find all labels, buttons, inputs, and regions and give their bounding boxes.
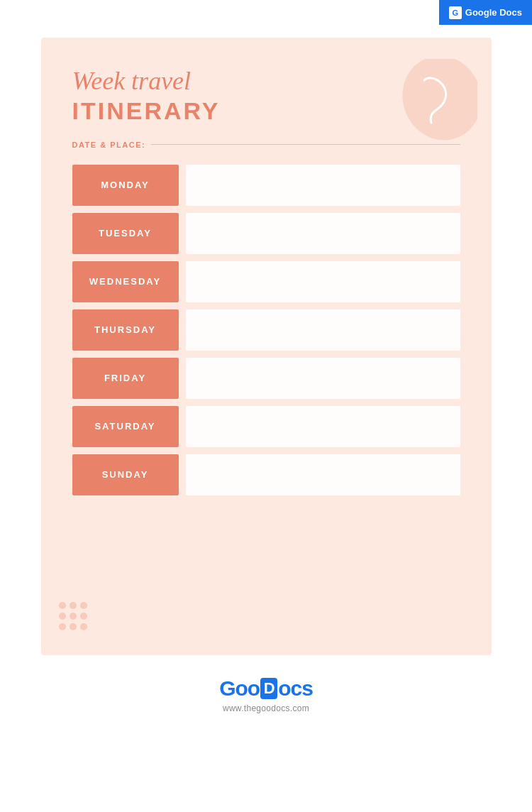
svg-point-4 xyxy=(59,613,66,620)
day-content-tuesday[interactable] xyxy=(186,213,460,254)
day-label-thursday: THURSDAY xyxy=(72,309,179,351)
date-place-label: DATE & PLACE: xyxy=(72,141,146,149)
logo-d-box: D xyxy=(260,678,277,699)
day-row-thursday: THURSDAY xyxy=(72,309,460,351)
days-table: MONDAYTUESDAYWEDNESDAYTHURSDAYFRIDAYSATU… xyxy=(72,165,460,495)
day-label-friday: FRIDAY xyxy=(72,358,179,399)
day-content-saturday[interactable] xyxy=(186,406,460,447)
day-label-saturday: SATURDAY xyxy=(72,406,179,447)
svg-point-2 xyxy=(70,602,77,609)
day-row-friday: FRIDAY xyxy=(72,358,460,399)
dots-decoration xyxy=(55,598,119,641)
blob-decoration xyxy=(385,59,477,151)
svg-point-7 xyxy=(59,623,66,630)
logo-ocs: ocs xyxy=(278,676,313,701)
document-card: Week travel ITINERARY DATE & PLACE: MOND… xyxy=(41,38,492,655)
day-row-monday: MONDAY xyxy=(72,165,460,206)
day-label-wednesday: WEDNESDAY xyxy=(72,261,179,302)
svg-point-3 xyxy=(80,602,87,609)
day-row-wednesday: WEDNESDAY xyxy=(72,261,460,302)
top-bar: G Google Docs xyxy=(0,0,532,25)
svg-point-8 xyxy=(70,623,77,630)
day-label-sunday: SUNDAY xyxy=(72,454,179,495)
svg-point-9 xyxy=(80,623,87,630)
day-content-sunday[interactable] xyxy=(186,454,460,495)
day-row-tuesday: TUESDAY xyxy=(72,213,460,254)
day-content-wednesday[interactable] xyxy=(186,261,460,302)
svg-point-0 xyxy=(390,59,477,151)
google-docs-label: Google Docs xyxy=(465,7,522,18)
day-row-sunday: SUNDAY xyxy=(72,454,460,495)
svg-point-5 xyxy=(70,613,77,620)
day-content-monday[interactable] xyxy=(186,165,460,206)
google-docs-icon: G xyxy=(449,6,462,19)
logo-goo: Goo xyxy=(219,676,260,701)
footer-logo: Goo D ocs xyxy=(219,676,313,701)
svg-point-1 xyxy=(59,602,66,609)
day-content-friday[interactable] xyxy=(186,358,460,399)
day-row-saturday: SATURDAY xyxy=(72,406,460,447)
svg-point-6 xyxy=(80,613,87,620)
day-label-monday: MONDAY xyxy=(72,165,179,206)
date-place-line xyxy=(151,144,460,145)
footer: Goo D ocs www.thegoodocs.com xyxy=(219,676,313,713)
day-content-thursday[interactable] xyxy=(186,309,460,351)
footer-url: www.thegoodocs.com xyxy=(223,703,309,713)
google-docs-badge: G Google Docs xyxy=(439,0,532,25)
day-label-tuesday: TUESDAY xyxy=(72,213,179,254)
